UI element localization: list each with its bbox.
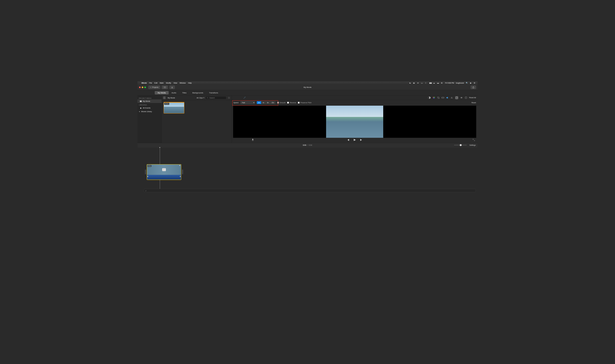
import-button[interactable]	[169, 85, 175, 89]
media-clip[interactable]: 16.2s	[164, 102, 184, 114]
svg-rect-4	[164, 97, 165, 99]
tab-transitions[interactable]: Transitions	[206, 91, 221, 94]
disclosure-triangle-icon[interactable]: ▼	[139, 111, 140, 112]
search-input[interactable]: Search	[206, 96, 226, 99]
timeline-clip[interactable]: 8.0s 🐇	[147, 164, 181, 180]
preview-viewer[interactable]	[233, 106, 476, 138]
share-button[interactable]	[471, 85, 476, 89]
info-icon[interactable]: i	[465, 96, 467, 99]
sidebar-item-all-events[interactable]: All Events	[137, 106, 162, 110]
tab-titles[interactable]: Titles	[179, 91, 189, 94]
reset-all-button[interactable]: Reset All	[469, 97, 476, 99]
color-balance-icon[interactable]	[428, 96, 430, 99]
menu-modify[interactable]: Modify	[166, 82, 171, 84]
clip-duration-badge: 16.2s	[164, 103, 169, 105]
speed-icon[interactable]	[455, 96, 458, 99]
color-filter-icon[interactable]	[460, 96, 463, 99]
noise-icon[interactable]	[450, 96, 453, 99]
menu-mark[interactable]: Mark	[160, 82, 164, 84]
menu-help[interactable]: Help	[188, 82, 192, 84]
music-track[interactable]: ♪	[144, 189, 476, 192]
star-icon	[140, 107, 142, 109]
adjust-toolbar: i Reset All	[232, 95, 478, 100]
media-browser: My Movie All Clips ⇅ Search 16.2s	[162, 95, 232, 143]
svg-rect-20	[253, 139, 253, 140]
clapperboard-icon	[140, 100, 142, 102]
timeline-clip-duration: 8.0s	[147, 165, 151, 167]
traffic-lights	[139, 86, 146, 88]
reset-button[interactable]: Reset	[471, 102, 476, 104]
view-mode-button[interactable]	[162, 85, 168, 89]
smooth-checkbox[interactable]: Smooth	[277, 102, 286, 104]
close-button[interactable]	[139, 86, 141, 88]
clip-marker-bl	[147, 176, 148, 177]
bluetooth-icon[interactable]: ᚼ	[425, 82, 427, 84]
zoom-slider[interactable]	[454, 145, 467, 145]
list-view-icon[interactable]	[163, 97, 166, 99]
tab-backgrounds[interactable]: Backgrounds	[189, 91, 206, 94]
speed-20x[interactable]: 20x	[270, 101, 276, 104]
speed-indicator-icon: 🐇	[162, 168, 166, 171]
voiceover-icon[interactable]	[252, 139, 254, 142]
grid-icon[interactable]: ⊞	[441, 82, 443, 84]
location-icon[interactable]: ➤	[417, 82, 419, 84]
time-sep: /	[307, 144, 308, 146]
svg-rect-14	[444, 97, 444, 98]
speed-segmented: 2x 4x 8x 20x	[256, 101, 276, 104]
volume-icon[interactable]	[446, 96, 449, 99]
menu-window[interactable]: Window	[179, 82, 186, 84]
stabilize-icon[interactable]	[441, 96, 444, 99]
color-correction-icon[interactable]	[432, 96, 435, 99]
speed-8x[interactable]: 8x	[266, 101, 270, 104]
menu-file[interactable]: File	[149, 82, 152, 84]
spotlight-icon[interactable]: 🔍	[466, 82, 468, 84]
menu-view[interactable]: View	[174, 82, 177, 84]
tab-my-media[interactable]: My Media	[155, 91, 169, 94]
clip-audio-waveform[interactable]	[147, 175, 181, 180]
battery-icon[interactable]: ▮▮▮	[429, 82, 431, 84]
window-titlebar: Projects My Movie	[137, 85, 478, 90]
gear-icon[interactable]	[228, 97, 230, 99]
display-icon[interactable]: ▭	[421, 82, 423, 84]
menubar-clock[interactable]: Fri 9:06 PM	[445, 82, 454, 84]
speed-2x[interactable]: 2x	[257, 101, 261, 104]
cloud-icon[interactable]: ☁	[433, 82, 435, 84]
notification-icon[interactable]: ☰	[474, 82, 476, 84]
app-name[interactable]: iMovie	[142, 82, 147, 84]
zoom-button[interactable]	[144, 86, 146, 88]
speed-dropdown[interactable]: Fast	[241, 101, 255, 104]
wechat-icon[interactable]: ☯	[409, 82, 412, 84]
svg-point-6	[228, 97, 230, 99]
sidebar: PROJECT MEDIA My Movie LIBRARIES All Eve…	[137, 95, 162, 143]
music-icon: ♪	[145, 189, 146, 192]
reverse-checkbox[interactable]: Reverse	[287, 102, 296, 104]
back-projects-button[interactable]: Projects	[148, 85, 160, 89]
svg-rect-3	[163, 97, 164, 99]
status-icon[interactable]: ◉	[413, 82, 415, 84]
magic-wand-icon[interactable]	[243, 96, 246, 99]
crop-icon[interactable]	[437, 96, 440, 99]
tab-audio[interactable]: Audio	[169, 91, 179, 94]
preview-frame	[326, 106, 383, 138]
library-tabs: My Media Audio Titles Backgrounds Transi…	[137, 90, 478, 95]
speed-4x[interactable]: 4x	[261, 101, 266, 104]
svg-rect-1	[165, 87, 166, 88]
play-button[interactable]	[353, 139, 356, 142]
preserve-pitch-checkbox[interactable]: Preserve Pitch	[298, 102, 312, 104]
svg-text:i: i	[466, 97, 466, 98]
clip-handle-right[interactable]	[182, 169, 183, 174]
menu-edit[interactable]: Edit	[154, 82, 157, 84]
timeline[interactable]: 8.0s 🐇 ♪	[137, 147, 478, 195]
prev-button[interactable]	[347, 139, 349, 142]
minimize-button[interactable]	[142, 86, 143, 88]
all-clips-dropdown[interactable]: All Clips ⇅	[197, 97, 204, 99]
fullscreen-icon[interactable]	[473, 139, 475, 142]
next-button[interactable]	[360, 139, 362, 142]
settings-button[interactable]: Settings	[469, 144, 476, 146]
menubar-user[interactable]: toughouse	[456, 82, 464, 84]
clip-handle-left[interactable]	[145, 169, 146, 174]
battery2-icon[interactable]: ▬	[437, 82, 439, 84]
siri-icon[interactable]: ◉	[470, 82, 472, 84]
sidebar-item-my-movie[interactable]: My Movie	[137, 99, 162, 103]
sidebar-item-library[interactable]: ▼ iMovie Library	[137, 110, 162, 113]
